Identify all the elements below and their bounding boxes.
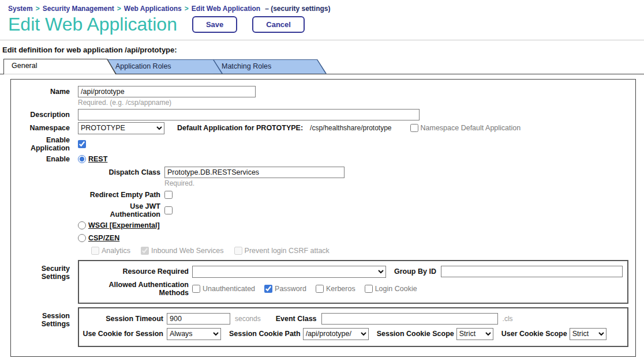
tab-label: Application Roles (107, 59, 223, 74)
description-input[interactable] (78, 109, 420, 120)
breadcrumb-separator: > (36, 5, 40, 13)
auth-kerberos-checkbox[interactable] (316, 285, 324, 293)
session-settings-box: Session Timeout seconds Event Class .cls… (78, 307, 628, 347)
dispatch-class-hint: Required. (164, 179, 194, 187)
group-by-id-label: Group By ID (394, 267, 436, 276)
user-cookie-scope-label: User Cookie Scope (501, 330, 567, 338)
inbound-web-services-label: Inbound Web Services (151, 247, 224, 255)
wsgi-link[interactable]: WSGI [Experimental] (88, 221, 160, 229)
enable-wsgi-radio[interactable] (78, 221, 86, 229)
name-label: Name (13, 88, 78, 96)
security-settings-box: Resource Required Group By ID Allowed Au… (78, 260, 628, 304)
session-timeout-label: Session Timeout (79, 315, 167, 323)
auth-kerberos-label: Kerberos (326, 285, 355, 293)
use-cookie-for-session-select[interactable]: Always (167, 328, 221, 340)
allowed-auth-methods-label: Allowed Authentication Methods (79, 281, 192, 297)
use-jwt-label: Use JWT Authentication (78, 202, 164, 218)
prevent-csrf-label: Prevent login CSRF attack (245, 247, 330, 255)
breadcrumb-suffix: – (security settings) (265, 5, 330, 13)
breadcrumb: System>Security Management>Web Applicati… (0, 0, 644, 13)
resource-required-label: Resource Required (79, 267, 192, 276)
auth-login-cookie-checkbox[interactable] (365, 285, 373, 293)
event-class-suffix: .cls (503, 315, 513, 323)
breadcrumb-security-management[interactable]: Security Management (43, 5, 114, 13)
tab-label: General (3, 59, 117, 73)
use-cookie-for-session-label: Use Cookie for Session (79, 330, 167, 338)
tab-application-roles[interactable]: Application Roles (107, 59, 223, 74)
dispatch-class-label: Dispatch Class (78, 168, 164, 176)
session-cookie-scope-label: Session Cookie Scope (377, 330, 454, 338)
enable-rest-radio[interactable] (78, 155, 86, 163)
session-cookie-path-select[interactable]: /api/prototype/ (303, 328, 369, 340)
default-application-label: Default Application for PROTOTYPE: (177, 124, 303, 132)
analytics-checkbox (91, 247, 99, 255)
security-settings-label: Security Settings (13, 260, 78, 281)
enable-application-label: Enable Application (13, 136, 78, 152)
breadcrumb-web-applications[interactable]: Web Applications (124, 5, 182, 13)
dispatch-class-input[interactable] (164, 167, 345, 178)
auth-unauthenticated-checkbox[interactable] (192, 285, 200, 293)
prevent-csrf-checkbox (234, 247, 242, 255)
breadcrumb-separator: > (185, 5, 189, 13)
session-cookie-path-label: Session Cookie Path (229, 330, 301, 338)
general-tab-panel: Name Required. (e.g. /csp/appname) Descr… (10, 79, 636, 357)
event-class-label: Event Class (276, 315, 317, 323)
session-timeout-suffix: seconds (235, 315, 261, 323)
auth-password-label: Password (275, 285, 306, 293)
tab-general[interactable]: General (3, 59, 117, 74)
namespace-select[interactable]: PROTOTYPE (78, 122, 164, 134)
default-application-value: /csp/healthshare/prototype (310, 124, 391, 132)
redirect-empty-path-label: Redirect Empty Path (78, 191, 164, 199)
name-hint: Required. (e.g. /csp/appname) (78, 99, 171, 107)
enable-application-checkbox[interactable] (78, 140, 86, 148)
tab-matching-roles[interactable]: Matching Roles (214, 59, 327, 74)
page-title: Edit Web Application (8, 14, 177, 35)
name-input[interactable] (78, 86, 256, 97)
session-cookie-scope-select[interactable]: Strict (456, 328, 493, 340)
user-cookie-scope-select[interactable]: Strict (570, 328, 606, 340)
edit-web-application-page: System>Security Management>Web Applicati… (0, 0, 644, 357)
tab-bar: General Application Roles Matching Roles (0, 58, 644, 74)
namespace-default-checkbox[interactable] (410, 124, 418, 132)
inbound-web-services-checkbox (141, 247, 149, 255)
enable-label: Enable (13, 155, 78, 163)
redirect-empty-path-checkbox[interactable] (164, 191, 173, 199)
analytics-label: Analytics (102, 247, 130, 255)
enable-cspzen-radio[interactable] (78, 234, 86, 242)
namespace-default-label: Namespace Default Application (421, 124, 521, 132)
breadcrumb-system[interactable]: System (8, 5, 33, 13)
rest-link[interactable]: REST (88, 155, 107, 163)
tab-label: Matching Roles (214, 59, 327, 74)
description-label: Description (13, 111, 78, 119)
group-by-id-input[interactable] (441, 266, 623, 277)
edit-definition-subtitle: Edit definition for web application /api… (0, 40, 644, 58)
save-button[interactable]: Save (192, 16, 237, 33)
breadcrumb-separator: > (117, 5, 121, 13)
session-timeout-input[interactable] (167, 313, 230, 325)
namespace-label: Namespace (13, 124, 78, 132)
title-row: Edit Web Application Save Cancel (0, 13, 644, 40)
auth-login-cookie-label: Login Cookie (375, 285, 417, 293)
breadcrumb-edit-web-application[interactable]: Edit Web Application (192, 5, 260, 13)
cspzen-link[interactable]: CSP/ZEN (88, 234, 119, 242)
use-jwt-checkbox[interactable] (164, 206, 173, 214)
resource-required-select[interactable] (192, 266, 386, 278)
event-class-input[interactable] (321, 313, 498, 325)
session-settings-label: Session Settings (13, 307, 78, 328)
cancel-button[interactable]: Cancel (252, 16, 305, 33)
auth-unauthenticated-label: Unauthenticated (203, 285, 255, 293)
auth-password-checkbox[interactable] (264, 285, 272, 293)
